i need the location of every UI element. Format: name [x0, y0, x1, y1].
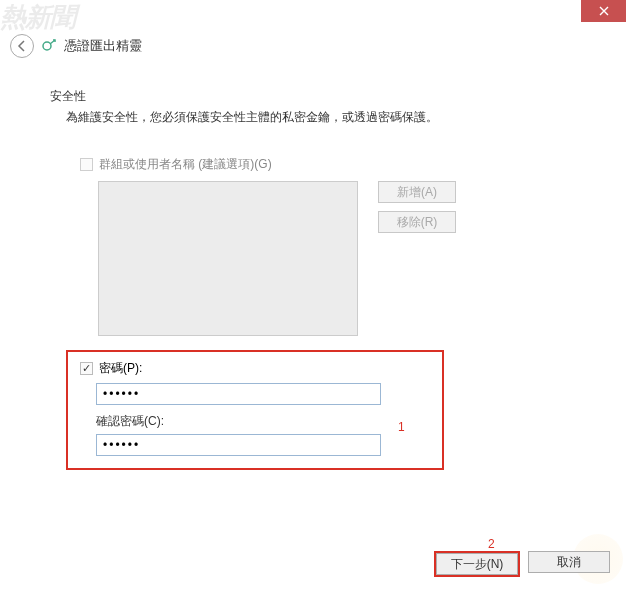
back-arrow-icon	[15, 39, 29, 53]
content-area: 安全性 為維護安全性，您必須保護安全性主體的私密金鑰，或透過密碼保護。 群組或使…	[0, 68, 628, 480]
close-button[interactable]	[581, 0, 626, 22]
password-input[interactable]	[96, 383, 381, 405]
password-checkbox[interactable]: ✓	[80, 362, 93, 375]
wizard-header: 憑證匯出精靈	[0, 26, 628, 68]
remove-button: 移除(R)	[378, 211, 456, 233]
group-checkbox	[80, 158, 93, 171]
certificate-icon	[40, 37, 58, 55]
annotation-1: 1	[398, 420, 405, 434]
password-section: ✓ 密碼(P): 確認密碼(C):	[66, 350, 444, 470]
footer-buttons: 下一步(N) 取消	[434, 551, 610, 577]
security-heading: 安全性	[50, 88, 568, 105]
confirm-password-label: 確認密碼(C):	[96, 413, 430, 430]
confirm-password-input[interactable]	[96, 434, 381, 456]
titlebar	[0, 0, 628, 26]
next-button[interactable]: 下一步(N)	[436, 553, 518, 575]
annotation-2: 2	[488, 537, 495, 551]
check-icon: ✓	[82, 363, 91, 374]
wizard-title: 憑證匯出精靈	[64, 37, 142, 55]
close-icon	[599, 6, 609, 16]
group-checkbox-row: 群組或使用者名稱 (建議選項)(G)	[80, 156, 568, 173]
next-button-highlight: 下一步(N)	[434, 551, 520, 577]
add-button: 新增(A)	[378, 181, 456, 203]
back-button[interactable]	[10, 34, 34, 58]
group-label: 群組或使用者名稱 (建議選項)(G)	[99, 156, 272, 173]
password-label: 密碼(P):	[99, 360, 142, 377]
security-description: 為維護安全性，您必須保護安全性主體的私密金鑰，或透過密碼保護。	[50, 109, 568, 126]
group-listbox	[98, 181, 358, 336]
cancel-button[interactable]: 取消	[528, 551, 610, 573]
